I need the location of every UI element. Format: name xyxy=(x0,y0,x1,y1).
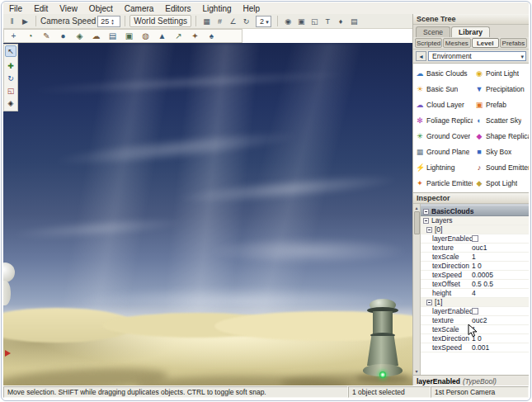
collapse-icon[interactable] xyxy=(423,218,429,224)
menu-item-file[interactable]: File xyxy=(3,4,28,13)
spade-icon[interactable]: ♠ xyxy=(204,31,219,42)
scene-object-tower[interactable] xyxy=(363,299,403,385)
rotate-snap-icon[interactable]: ↻ xyxy=(240,16,252,27)
cloud-icon[interactable]: ☁ xyxy=(88,31,104,42)
inspector-property-row[interactable]: texSpeed0.001 xyxy=(421,343,529,352)
snap-size-dropdown[interactable]: 2 xyxy=(256,16,271,27)
inspector-property-value[interactable]: 0.001 xyxy=(472,343,489,352)
pointer-icon[interactable]: ↗ xyxy=(171,31,186,42)
library-item-prefab[interactable]: ▣Prefab xyxy=(473,97,529,112)
library-item-basic-clouds[interactable]: ☁Basic Clouds xyxy=(413,65,473,81)
library-item-basic-sun[interactable]: ☀Basic Sun xyxy=(413,81,473,97)
scroll-up-icon[interactable] xyxy=(415,204,417,211)
scale-tool-icon[interactable]: ◱ xyxy=(5,85,16,97)
inspector-property-value[interactable]: ouc1 xyxy=(472,244,487,252)
inspector-property-row[interactable]: texSpeed0.0005 xyxy=(421,271,529,280)
scrollbar-thumb[interactable] xyxy=(414,211,420,234)
viewport-3d[interactable] xyxy=(3,43,412,385)
inspector-group-row[interactable]: [1] xyxy=(421,298,529,307)
inspector-property-row[interactable]: texScale1 xyxy=(421,253,529,262)
menu-item-lighting[interactable]: Lighting xyxy=(196,4,237,13)
protractor-icon[interactable]: ◔ xyxy=(22,31,38,42)
camera-speed-input[interactable]: 25 xyxy=(97,16,120,27)
crate-icon[interactable]: ▣ xyxy=(121,31,137,42)
library-item-sound-emitter[interactable]: ♪Sound Emitter xyxy=(473,159,529,175)
library-item-spot-light[interactable]: ◆Spot Light xyxy=(473,175,529,191)
layer-enabled-checkbox[interactable] xyxy=(472,235,478,242)
library-item-ground-plane[interactable]: ▦Ground Plane xyxy=(413,144,473,159)
select-tool-icon[interactable]: ↖ xyxy=(5,45,16,57)
library-item-foliage-replicator[interactable]: ✻Foliage Replicator xyxy=(413,112,473,128)
collapse-icon[interactable] xyxy=(426,300,432,305)
cloud-layer-icon: ☁ xyxy=(416,101,424,109)
play-icon[interactable]: ▶ xyxy=(19,16,31,27)
subtab-scripted[interactable]: Scripted xyxy=(415,38,442,48)
inspector-property-value[interactable]: 0.5 0.5 xyxy=(472,280,493,288)
camera-icon[interactable]: ▣ xyxy=(295,16,308,27)
sphere-icon[interactable]: ● xyxy=(55,31,71,42)
inspector-property-row[interactable]: textureouc1 xyxy=(421,244,529,253)
library-item-cloud-layer[interactable]: ☁Cloud Layer xyxy=(413,97,473,112)
snap-tool-icon[interactable]: ◈ xyxy=(5,97,16,109)
menu-item-edit[interactable]: Edit xyxy=(28,4,54,13)
subtab-prefabs[interactable]: Prefabs xyxy=(500,38,527,48)
inspector-property-row[interactable]: height4 xyxy=(421,289,529,298)
inspector-object-row[interactable]: BasicClouds xyxy=(421,207,529,216)
subtab-level[interactable]: Level xyxy=(472,38,499,48)
inspector-property-row[interactable]: layerEnabled xyxy=(421,307,529,316)
shield-icon[interactable]: ◈ xyxy=(72,31,87,42)
terrain-icon[interactable]: ▲ xyxy=(154,31,170,42)
orb-icon[interactable]: ◍ xyxy=(138,31,153,42)
pencil-icon[interactable]: ✎ xyxy=(39,31,54,42)
angle-snap-icon[interactable]: ∠ xyxy=(227,16,239,27)
tab-scene[interactable]: Scene xyxy=(416,26,450,37)
library-item-scatter-sky[interactable]: ◐Scatter Sky xyxy=(473,112,529,128)
layer-enabled-checkbox[interactable] xyxy=(472,308,478,315)
grid-snap-icon[interactable]: # xyxy=(214,16,226,27)
menu-item-help[interactable]: Help xyxy=(238,4,266,13)
library-item-ground-cover[interactable]: ✳Ground Cover xyxy=(413,128,473,144)
inspector-property-value[interactable]: 1 xyxy=(472,253,476,261)
tab-library[interactable]: Library xyxy=(451,26,490,37)
category-dropdown[interactable]: Environment xyxy=(428,51,526,61)
menu-item-view[interactable]: View xyxy=(54,4,83,13)
rotate-tool-icon[interactable]: ↻ xyxy=(5,73,16,84)
visibility-icon[interactable]: ◉ xyxy=(282,16,294,27)
menu-item-object[interactable]: Object xyxy=(83,4,119,13)
editor-settings-icon[interactable]: ▤ xyxy=(348,16,360,27)
subtab-meshes[interactable]: Meshes xyxy=(443,38,470,48)
world-settings-button[interactable]: World Settings xyxy=(129,15,191,27)
inspector-property-row[interactable]: layerEnabled xyxy=(421,234,529,244)
library-item-particle-emitter[interactable]: ✦Particle Emitter xyxy=(413,175,473,191)
box-icon[interactable]: ▤ xyxy=(105,31,120,42)
inspector-property-row[interactable]: texDirection1 0 xyxy=(421,262,529,271)
library-item-point-light[interactable]: ◉Point Light xyxy=(473,65,529,81)
inspector-property-value[interactable]: 0.0005 xyxy=(472,271,493,279)
library-item-precipitation[interactable]: ▼Precipitation xyxy=(473,81,529,97)
ruler-icon[interactable]: ▦ xyxy=(200,16,213,27)
world-icon[interactable]: ♦ xyxy=(335,16,347,27)
library-item-sky-box[interactable]: ■Sky Box xyxy=(473,144,529,159)
library-item-lightning[interactable]: ⚡Lightning xyxy=(413,159,473,175)
inspector-property-value[interactable]: 1 0 xyxy=(472,262,482,270)
spinner-arrows-icon[interactable] xyxy=(111,18,114,25)
inspector-property-value[interactable]: 4 xyxy=(472,289,476,297)
menu-item-camera[interactable]: Camera xyxy=(119,4,160,13)
inspector-scrollbar[interactable] xyxy=(413,204,421,375)
bounds-icon[interactable]: ◱ xyxy=(308,16,321,27)
move-tool-icon[interactable]: ✚ xyxy=(5,60,16,72)
library-item-shape-replicator[interactable]: ◆Shape Replicator xyxy=(473,128,529,144)
category-row: Environment xyxy=(413,50,529,63)
axis-gizmo-icon[interactable]: + xyxy=(6,31,21,42)
scroll-down-icon[interactable] xyxy=(415,367,417,375)
inspector-property-row[interactable]: texOffset0.5 0.5 xyxy=(421,280,529,289)
back-button[interactable] xyxy=(416,51,426,61)
pause-icon[interactable]: ‖ xyxy=(6,16,18,27)
collapse-icon[interactable] xyxy=(426,227,432,233)
collapse-icon[interactable] xyxy=(423,209,429,215)
star-icon[interactable]: ✦ xyxy=(187,31,203,42)
menu-item-editors[interactable]: Editors xyxy=(159,4,196,13)
inspector-group-row[interactable]: Layers xyxy=(421,216,529,225)
text-tool-icon[interactable]: T xyxy=(322,16,334,27)
inspector-group-row[interactable]: [0] xyxy=(421,225,529,234)
